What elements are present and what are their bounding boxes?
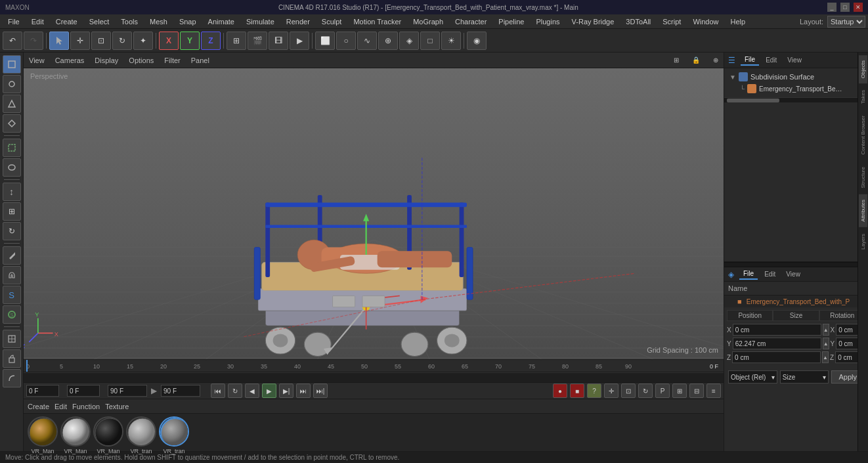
window-controls[interactable]: _ □ ✕ — [827, 3, 863, 12]
vtab-structure[interactable]: Structure — [859, 162, 867, 193]
mat-create-menu[interactable]: Create — [28, 403, 49, 410]
render-view-button[interactable]: ▶ — [290, 32, 309, 50]
menu-simulate[interactable]: Simulate — [241, 16, 280, 27]
menu-file[interactable]: File — [3, 16, 25, 27]
viewport-icon-2[interactable]: 🔒 — [692, 56, 700, 64]
cube-button[interactable]: ⬜ — [315, 32, 335, 50]
viewport-icon-3[interactable]: ⊕ — [713, 56, 718, 64]
menu-sculpt[interactable]: Sculpt — [316, 16, 347, 27]
go-start-button[interactable]: ⏮ — [211, 384, 225, 398]
pen-tool-button[interactable] — [3, 246, 21, 265]
anim-layer-5[interactable]: ⊞ — [672, 384, 687, 398]
anim-layer-7[interactable]: ≡ — [706, 384, 721, 398]
attr-object-item[interactable]: ■ Emergency_Transport_Bed_with_P — [724, 296, 868, 307]
start-frame-field[interactable] — [67, 385, 100, 397]
model-select-button[interactable] — [3, 55, 21, 74]
menu-motion-tracker[interactable]: Motion Tracker — [348, 16, 406, 27]
material-vr-man-3[interactable]: VR_Man — [93, 416, 123, 454]
camera-button[interactable]: □ — [420, 32, 440, 50]
menu-mograph[interactable]: MoGraph — [408, 16, 448, 27]
coord-system-dropdown[interactable]: Object (Rel) ▾ — [728, 370, 777, 384]
undo-button[interactable]: ↶ — [3, 32, 22, 50]
right-top-scrollbar[interactable] — [724, 97, 868, 102]
mat-function-menu[interactable]: Function — [72, 403, 100, 410]
display-mode-button[interactable]: ◉ — [467, 32, 487, 50]
render-anim-button[interactable]: 🎞 — [269, 32, 288, 50]
edge-mode-button[interactable] — [3, 95, 21, 113]
viewport-panel-menu[interactable]: Panel — [191, 56, 209, 64]
menu-plugins[interactable]: Plugins — [531, 16, 565, 27]
menu-character[interactable]: Character — [450, 16, 492, 27]
material-vr-tran-1[interactable]: VR_tran — [126, 416, 156, 454]
menu-vray[interactable]: V-Ray Bridge — [567, 16, 620, 27]
selection-tool-button[interactable] — [3, 139, 21, 157]
material-button[interactable]: S — [3, 286, 21, 304]
vtab-layers[interactable]: Layers — [859, 229, 867, 255]
pos-z-field[interactable] — [732, 351, 821, 363]
menu-window[interactable]: Window — [687, 16, 724, 27]
mat-edit-menu[interactable]: Edit — [54, 403, 67, 410]
redo-button[interactable]: ↷ — [24, 32, 43, 50]
loop-button[interactable]: ↻ — [228, 384, 242, 398]
viewport-3d[interactable]: X Y Z — [24, 68, 724, 359]
step-forward-button[interactable]: ▶| — [279, 384, 293, 398]
menu-animate[interactable]: Animate — [203, 16, 240, 27]
vtab-objects[interactable]: Objects — [859, 55, 867, 83]
right-panel-tab-edit[interactable]: Edit — [762, 55, 781, 65]
scale-button[interactable]: ⊡ — [91, 32, 111, 50]
layout-select[interactable]: Startup — [827, 16, 865, 28]
vtab-attributes[interactable]: Attributes — [859, 194, 867, 227]
fast-forward-button[interactable]: ⏭ — [296, 384, 311, 398]
menu-tools[interactable]: Tools — [116, 16, 143, 27]
viewport-icon-1[interactable]: ⊞ — [674, 56, 679, 64]
viewport-cameras-menu[interactable]: Cameras — [55, 56, 85, 64]
lasso-button[interactable] — [3, 158, 21, 177]
anim-layer-6[interactable]: ⊟ — [689, 384, 704, 398]
maximize-button[interactable]: □ — [840, 3, 850, 12]
vtab-content[interactable]: Content Browser — [859, 110, 867, 160]
play-button[interactable]: ▶ — [262, 384, 276, 398]
viewport-filter-menu[interactable]: Filter — [164, 56, 180, 64]
pos-z-up-arrow[interactable]: ▲ — [822, 351, 829, 363]
anim-layer-4[interactable]: P — [655, 384, 670, 398]
scrollbar-thumb[interactable] — [727, 99, 779, 102]
menu-mesh[interactable]: Mesh — [144, 16, 173, 27]
render-region-button[interactable]: ⊞ — [227, 32, 246, 50]
deformer-button[interactable]: ◈ — [399, 32, 419, 50]
tree-item-subdivision[interactable]: ▼ Subdivision Surface — [727, 71, 865, 83]
array-button[interactable]: ⊕ — [378, 32, 398, 50]
end-frame-field-2[interactable] — [161, 385, 200, 397]
y-axis-button[interactable]: Y — [180, 32, 200, 50]
rotate-tool-button[interactable]: ↻ — [3, 222, 21, 240]
right-panel-tab-view[interactable]: View — [783, 55, 806, 65]
clone-button[interactable]: S — [3, 305, 21, 324]
menu-3dtoall[interactable]: 3DToAll — [620, 16, 656, 27]
current-frame-field[interactable] — [26, 385, 59, 397]
x-axis-button[interactable]: X — [159, 32, 179, 50]
menu-help[interactable]: Help — [726, 16, 751, 27]
rotate-button[interactable]: ↻ — [112, 32, 132, 50]
pos-x-field[interactable] — [733, 324, 821, 336]
menu-select[interactable]: Select — [84, 16, 115, 27]
sphere-button[interactable]: ○ — [336, 32, 356, 50]
move-tool-button[interactable]: ↕ — [3, 183, 21, 201]
menu-snap[interactable]: Snap — [174, 16, 202, 27]
menu-pipeline[interactable]: Pipeline — [493, 16, 529, 27]
move-button[interactable]: ✛ — [70, 32, 90, 50]
transform-button[interactable]: ✦ — [133, 32, 153, 50]
material-vr-tran-2[interactable]: VR_tran — [159, 416, 189, 454]
menu-create[interactable]: Create — [51, 16, 83, 27]
go-end-button[interactable]: ⏭| — [313, 384, 328, 398]
attr-tab-view[interactable]: View — [782, 269, 804, 279]
material-vr-man-1[interactable]: VR_Man — [28, 416, 58, 454]
viewport-view-menu[interactable]: View — [29, 56, 45, 64]
vtab-takes[interactable]: Takes — [859, 85, 867, 109]
minimize-button[interactable]: _ — [827, 3, 836, 12]
right-panel-tab-file[interactable]: File — [741, 55, 759, 66]
render-film-button[interactable]: 🎬 — [248, 32, 267, 50]
mat-texture-menu[interactable]: Texture — [105, 403, 129, 410]
menu-script[interactable]: Script — [657, 16, 686, 27]
menu-render[interactable]: Render — [281, 16, 315, 27]
apply-type-dropdown[interactable]: Size ▾ — [780, 370, 829, 384]
spline-button[interactable]: ∿ — [357, 32, 377, 50]
